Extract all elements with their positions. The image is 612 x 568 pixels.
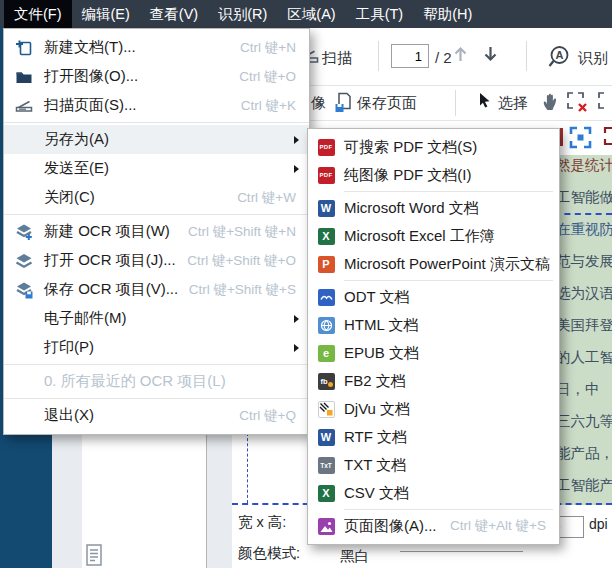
menu-item[interactable]: ODT 文档 (308, 283, 559, 311)
menu-item[interactable]: 页面图像(A)...Ctrl 键+Alt 键+S (308, 512, 559, 540)
open-ocr-project-icon (4, 252, 44, 270)
recognize-icon: A (546, 44, 572, 70)
menu-item[interactable]: 退出(X)Ctrl 键+Q (4, 401, 309, 430)
menu-item-label: 页面图像(A)... (344, 517, 450, 536)
menu-item[interactable]: 打开 OCR 项目(J)...Ctrl 键+Shift 键+O (4, 246, 309, 275)
area-tool-sliver-icon[interactable] (560, 128, 563, 146)
menu-item: 0. 所有最近的 OCR 项目(L) (4, 367, 309, 396)
menu-item-label: DjVu 文档 (344, 400, 559, 419)
scan-button[interactable]: 扫描 (322, 49, 352, 68)
menu-item[interactable]: DjVu 文档 (308, 395, 559, 423)
select-button[interactable]: 选择 (498, 94, 528, 113)
submenu-arrow-icon (294, 136, 299, 144)
menu-item[interactable]: 保存 OCR 项目(V)...Ctrl 键+Shift 键+S (4, 275, 309, 304)
document-text-line: 工智能做 (556, 188, 612, 206)
menu-item[interactable]: fbFB2 文档 (308, 367, 559, 395)
recognize-button[interactable]: 识别 (578, 49, 608, 68)
toolbar-separator (378, 41, 379, 71)
panel-gap (52, 433, 82, 568)
menu-item-shortcut: Ctrl 键+K (241, 97, 309, 115)
selection-area-edge[interactable] (247, 433, 248, 503)
menu-item-label: 新建 OCR 项目(W) (44, 222, 188, 241)
page-thumbnail-icon[interactable] (86, 544, 102, 566)
menubar-item[interactable]: 识别(R) (208, 0, 277, 28)
menu-item[interactable]: 发送至(E) (4, 154, 309, 183)
save-as-submenu: PDF可搜索 PDF 文档(S)PDF纯图像 PDF 文档(I)WMicroso… (307, 128, 560, 545)
csv-icon: X (308, 485, 344, 502)
analyze-layout-icon[interactable] (569, 126, 592, 149)
menu-item-label: 0. 所有最近的 OCR 项目(L) (44, 372, 309, 391)
document-text-line: 范与发展 (556, 252, 612, 270)
page-number-input[interactable] (391, 44, 429, 68)
menu-item-label: FB2 文档 (344, 372, 559, 391)
menu-separator (4, 214, 309, 215)
document-text-line: 然是统计 (556, 156, 612, 174)
menu-item[interactable]: XMicrosoft Excel 工作簿 (308, 222, 559, 250)
menu-item-label: 关闭(C) (44, 188, 237, 207)
menu-separator (4, 364, 309, 365)
odt-icon (308, 289, 344, 306)
width-height-label: 宽 x 高: (238, 513, 286, 532)
previous-page-icon[interactable] (452, 44, 469, 64)
menu-item-label: 可搜索 PDF 文档(S) (344, 138, 559, 157)
menu-item-label: 新建文档(T)... (44, 38, 240, 57)
menubar-item[interactable]: 查看(V) (140, 0, 208, 28)
menu-item-label: Microsoft Excel 工作簿 (344, 227, 559, 246)
menu-item[interactable]: PDF纯图像 PDF 文档(I) (308, 161, 559, 189)
menu-item[interactable]: 打开图像(O)...Ctrl 键+O (4, 62, 309, 91)
toolbar-separator (526, 41, 527, 71)
document-text-line: 三六九等 (556, 412, 612, 430)
menu-item-label: RTF 文档 (344, 428, 559, 447)
next-page-icon[interactable] (482, 44, 499, 64)
document-text-line: 工智能产 (556, 476, 612, 494)
control-edge-fragment (400, 551, 523, 552)
area-tool-partial-icon[interactable] (597, 91, 612, 115)
menu-item-shortcut: Ctrl 键+Shift 键+N (188, 223, 309, 241)
document-page-view: 然是统计工智能做在重视防范与发展选为汉语美国拜登的人工智日，中三六九等能产品，工… (552, 155, 612, 505)
menu-item[interactable]: TxTTXT 文档 (308, 451, 559, 479)
color-mode-value: 黑白 (340, 547, 369, 566)
menu-item[interactable]: 电子邮件(M) (4, 304, 309, 333)
djvu-icon (308, 401, 344, 418)
menu-item[interactable]: WRTF 文档 (308, 423, 559, 451)
pages-thumbnail-panel[interactable] (82, 433, 207, 568)
menu-item[interactable]: 新建 OCR 项目(W)Ctrl 键+Shift 键+N (4, 217, 309, 246)
menu-item[interactable]: eEPUB 文档 (308, 339, 559, 367)
menu-item-label: 另存为(A) (44, 130, 294, 149)
menu-item-label: HTML 文档 (344, 316, 559, 335)
save-page-button[interactable]: 保存页面 (357, 94, 417, 113)
color-mode-label: 颜色模式: (238, 544, 300, 563)
pdf-icon: PDF (308, 167, 344, 184)
delete-area-icon[interactable] (566, 91, 590, 115)
menu-item[interactable]: 关闭(C)Ctrl 键+W (4, 183, 309, 212)
menubar-item[interactable]: 区域(A) (277, 0, 345, 28)
toolbar-button-fragment[interactable]: 像 (311, 94, 326, 113)
menubar-item[interactable]: 编辑(E) (72, 0, 140, 28)
menu-item[interactable]: XCSV 文档 (308, 479, 559, 507)
excel-icon: X (308, 228, 344, 245)
menu-item[interactable]: 新建文档(T)...Ctrl 键+N (4, 33, 309, 62)
menubar: 文件(F)编辑(E)查看(V)识别(R)区域(A)工具(T)帮助(H) (0, 0, 612, 28)
menu-item[interactable]: PDF可搜索 PDF 文档(S) (308, 133, 559, 161)
menu-item[interactable]: WMicrosoft Word 文档 (308, 194, 559, 222)
menu-item-label: 电子邮件(M) (44, 309, 294, 328)
menu-item[interactable]: 另存为(A) (4, 125, 309, 154)
txt-icon: TxT (308, 457, 344, 474)
menu-item[interactable]: HTML 文档 (308, 311, 559, 339)
area-boundary-dashed-line[interactable] (554, 213, 612, 215)
save-page-icon (334, 92, 353, 113)
area-tool-clipped-icon[interactable] (603, 126, 612, 148)
hand-pan-icon[interactable] (541, 91, 562, 113)
open-image-icon (4, 68, 44, 86)
menu-item-label: 发送至(E) (44, 159, 294, 178)
menu-item-label: Microsoft Word 文档 (344, 199, 559, 218)
menubar-item[interactable]: 文件(F) (4, 0, 72, 28)
menu-item-label: Microsoft PowerPoint 演示文稿 (344, 255, 559, 274)
menu-item-label: 打印(P) (44, 338, 294, 357)
menu-item[interactable]: 扫描页面(S)...Ctrl 键+K (4, 91, 309, 120)
submenu-arrow-icon (294, 165, 299, 173)
menu-item[interactable]: 打印(P) (4, 333, 309, 362)
menu-item[interactable]: PMicrosoft PowerPoint 演示文稿 (308, 250, 559, 278)
menubar-item[interactable]: 帮助(H) (413, 0, 482, 28)
menubar-item[interactable]: 工具(T) (346, 0, 414, 28)
